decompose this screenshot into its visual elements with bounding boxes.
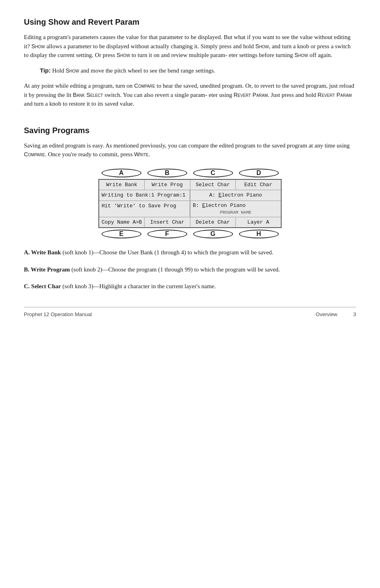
circle-g: G <box>193 230 233 238</box>
lcd-cell-select-char: Select Char <box>190 180 236 190</box>
footer-right: Overview 3 <box>316 311 356 319</box>
def-write-bank-term: A. Write Bank <box>24 249 61 256</box>
show-revert-para2: At any point while editing a program, tu… <box>24 81 356 108</box>
def-select-char-term: C. Select Char <box>24 283 61 289</box>
bank-select-smallcaps: Bank Select <box>73 92 103 98</box>
compare-smallcaps-2: Compare <box>24 151 45 157</box>
lcd-diagram: A B C D Write Bank Write Prog Select Cha… <box>90 169 290 239</box>
show-revert-section: Using Show and Revert Param Editing a pr… <box>24 16 356 108</box>
lcd-prog-b-name: B: Electron Piano <box>193 202 278 210</box>
show-smallcaps-1: Show <box>31 43 45 49</box>
def-write-bank: A. Write Bank (soft knob 1)—Choose the U… <box>24 248 356 257</box>
circle-d: D <box>239 169 279 177</box>
label-c-top: C <box>193 169 233 177</box>
write-smallcaps: Write <box>134 151 149 157</box>
lcd-row-3: Hit 'Write' to Save Prog B: Electron Pia… <box>99 201 281 217</box>
circle-c: C <box>193 169 233 177</box>
lcd-cell-layer-a: Layer A <box>236 217 281 228</box>
footer-page-number: 3 <box>353 311 356 319</box>
revert-param-smallcaps-1: Revert Param <box>234 92 268 98</box>
lcd-row-2: Writing to Bank:1 Program:1 A: Electron … <box>99 190 281 201</box>
cursor-e-b: E <box>202 203 205 208</box>
def-write-program: B. Write Program (soft knob 2)—Choose th… <box>24 265 356 274</box>
lcd-cell-delete-char: Delete Char <box>190 217 236 228</box>
label-e-bottom: E <box>102 230 141 238</box>
lcd-row-4: Copy Name A>B Insert Char Delete Char La… <box>99 217 281 228</box>
label-h-bottom: H <box>239 230 279 238</box>
lcd-cell-write-bank: Write Bank <box>99 180 145 190</box>
show-smallcaps-3: Show <box>116 52 130 58</box>
show-revert-heading: Using Show and Revert Param <box>24 16 356 28</box>
footer-section: Overview <box>316 311 337 319</box>
label-d-top: D <box>239 169 279 177</box>
lcd-cell-copy-name: Copy Name A>B <box>99 217 145 228</box>
label-g-bottom: G <box>193 230 233 238</box>
tip-show-smallcaps: Show <box>66 67 79 74</box>
tip-block: Tip: Hold Show and move the pitch wheel … <box>40 66 356 75</box>
tip-text: Tip: Hold Show and move the pitch wheel … <box>40 66 356 75</box>
circle-h: H <box>239 230 279 238</box>
page-footer: Prophet 12 Operation Manual Overview 3 <box>24 307 356 319</box>
lcd-cell-insert-char: Insert Char <box>145 217 190 228</box>
lcd-cell-edit-char: Edit Char <box>236 180 281 190</box>
circle-a: A <box>102 169 141 177</box>
lcd-bottom-labels: E F G H <box>98 230 282 238</box>
label-a-top: A <box>102 169 141 177</box>
lcd-row-1: Write Bank Write Prog Select Char Edit C… <box>99 180 281 191</box>
lcd-top-labels: A B C D <box>98 169 282 177</box>
def-select-char-text: C. Select Char (soft knob 3)—Highlight a… <box>24 282 356 291</box>
def-write-program-text: B. Write Program (soft knob 2)—Choose th… <box>24 265 356 274</box>
cursor-e: E <box>219 192 222 198</box>
show-smallcaps-2: Show <box>255 43 269 49</box>
label-b-top: B <box>147 169 187 177</box>
tip-label: Tip: <box>40 67 51 74</box>
saving-programs-section: Saving Programs Saving an edited program… <box>24 124 356 291</box>
lcd-screen: Write Bank Write Prog Select Char Edit C… <box>98 179 282 228</box>
def-write-bank-text: A. Write Bank (soft knob 1)—Choose the U… <box>24 248 356 257</box>
def-write-program-term: B. Write Program <box>24 266 70 273</box>
show-smallcaps-4: Show <box>294 52 308 58</box>
show-revert-para1: Editing a program's parameters causes th… <box>24 33 356 60</box>
circle-b: B <box>147 169 187 177</box>
label-f-bottom: F <box>147 230 187 238</box>
circle-f: F <box>147 230 187 238</box>
footer-manual-title: Prophet 12 Operation Manual <box>24 311 92 319</box>
compare-smallcaps-1: Compare <box>134 83 155 89</box>
lcd-cell-prog-b-area: B: Electron Piano PROGRAM NAME <box>190 201 281 217</box>
lcd-cell-prog-a: A: Electron Piano <box>190 190 281 201</box>
def-select-char: C. Select Char (soft knob 3)—Highlight a… <box>24 282 356 291</box>
saving-programs-heading: Saving Programs <box>24 124 356 136</box>
lcd-cell-hit-write: Hit 'Write' to Save Prog <box>99 201 190 217</box>
lcd-cell-writing-status: Writing to Bank:1 Program:1 <box>99 190 190 201</box>
revert-param-smallcaps-2: Revert Param <box>317 92 352 98</box>
lcd-program-name-label: PROGRAM NAME <box>193 209 278 216</box>
saving-programs-intro: Saving an edited program is easy. As men… <box>24 141 356 159</box>
lcd-cell-write-prog: Write Prog <box>145 180 190 190</box>
circle-e: E <box>102 230 141 238</box>
